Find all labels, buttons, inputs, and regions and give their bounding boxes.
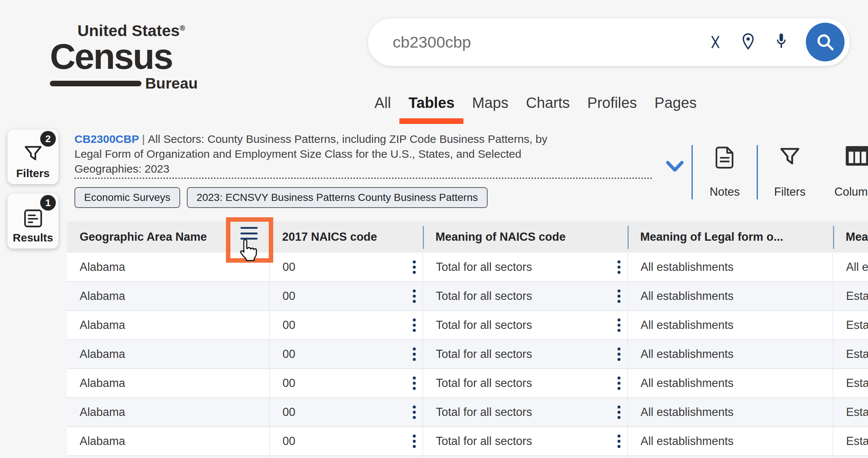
table-cell: Esta xyxy=(833,340,868,369)
table-cell: All establishments xyxy=(628,340,833,369)
columns-button[interactable]: Columns xyxy=(822,144,868,200)
cell-text: All establishments xyxy=(641,435,734,448)
table-row: Alabama00Total for all sectorsAll establ… xyxy=(67,340,868,369)
hamburger-icon xyxy=(240,227,258,229)
cell-menu-kebab-icon[interactable] xyxy=(618,260,620,274)
tab-profiles[interactable]: Profiles xyxy=(587,94,637,119)
cell-menu-kebab-icon[interactable] xyxy=(413,289,416,303)
cell-text: All establishments xyxy=(641,347,734,361)
tab-pages[interactable]: Pages xyxy=(654,94,696,119)
table-cell: 00 xyxy=(269,311,423,340)
column-header-3[interactable]: Meaning of NAICS code xyxy=(423,221,628,253)
cell-menu-kebab-icon[interactable] xyxy=(413,435,416,448)
cell-text: Total for all sectors xyxy=(436,406,532,419)
cell-menu-kebab-icon[interactable] xyxy=(618,435,620,448)
table-toolbar: Notes Filters Columns xyxy=(692,144,868,200)
table-cell: Alabama xyxy=(67,398,269,427)
table-cell: Esta xyxy=(833,311,868,340)
cell-menu-kebab-icon[interactable] xyxy=(413,318,416,332)
tab-charts[interactable]: Charts xyxy=(526,94,570,119)
cell-text: 00 xyxy=(283,318,295,332)
column-header-5[interactable]: Mea xyxy=(833,221,868,253)
cell-text: 00 xyxy=(283,406,295,419)
cell-text: 00 xyxy=(283,289,295,302)
search-input[interactable] xyxy=(368,33,708,51)
table-row: Alabama00Total for all sectorsAll establ… xyxy=(67,282,868,311)
column-menu-button[interactable] xyxy=(240,227,258,240)
results-count-badge: 1 xyxy=(40,195,56,211)
microphone-icon xyxy=(773,32,789,52)
cell-menu-kebab-icon[interactable] xyxy=(618,406,620,419)
cell-menu-kebab-icon[interactable] xyxy=(618,377,620,390)
cell-menu-kebab-icon[interactable] xyxy=(413,377,416,390)
title-text-3: Geographies: 2023 xyxy=(74,161,655,176)
title-text-1: All Sectors: County Business Patterns, i… xyxy=(148,133,547,145)
search-icon xyxy=(815,32,835,52)
table-cell: Total for all sectors xyxy=(423,398,628,427)
tab-all[interactable]: All xyxy=(374,94,391,119)
table-cell: 00 xyxy=(269,282,423,311)
cell-menu-kebab-icon[interactable] xyxy=(413,406,416,419)
registered-mark: ® xyxy=(180,24,185,32)
tab-tables[interactable]: Tables xyxy=(408,94,454,119)
tab-label: Maps xyxy=(472,95,508,111)
tab-maps[interactable]: Maps xyxy=(472,94,508,119)
dataset-tags: Economic Surveys2023: ECNSVY Business Pa… xyxy=(74,187,488,208)
table-code-link[interactable]: CB2300CBP xyxy=(74,133,139,145)
results-data-table: Geographic Area Name2017 NAICS codeMeani… xyxy=(67,221,868,458)
cell-text: Total for all sectors xyxy=(436,347,532,361)
table-cell: Alabama xyxy=(67,369,269,398)
column-header-2[interactable]: 2017 NAICS code xyxy=(269,221,423,253)
expand-title-button[interactable] xyxy=(665,160,684,174)
table-header-row: Geographic Area Name2017 NAICS codeMeani… xyxy=(67,221,868,253)
columns-label: Columns xyxy=(835,185,868,200)
cell-menu-kebab-icon[interactable] xyxy=(618,347,620,361)
table-cell: Total for all sectors xyxy=(423,282,628,311)
tab-label: Tables xyxy=(408,95,454,111)
cell-text: Total for all sectors xyxy=(436,289,532,302)
table-title-line1: CB2300CBP|All Sectors: County Business P… xyxy=(74,132,655,147)
chevron-down-icon xyxy=(665,160,684,173)
sidebar-results-label: Results xyxy=(13,231,53,244)
cell-menu-kebab-icon[interactable] xyxy=(413,260,416,274)
table-cell: Total for all sectors xyxy=(423,369,628,398)
table-row: Alabama00Total for all sectorsAll establ… xyxy=(67,253,868,282)
tab-label: All xyxy=(374,95,391,111)
column-header-4[interactable]: Meaning of Legal form o... xyxy=(628,221,833,253)
cell-text: All establishments xyxy=(641,406,734,419)
tab-label: Profiles xyxy=(587,95,637,111)
table-cell: 00 xyxy=(269,398,423,427)
cell-text: Alabama xyxy=(80,377,125,390)
filter-funnel-icon xyxy=(22,142,44,165)
table-cell: All establishments xyxy=(628,369,833,398)
tab-label: Charts xyxy=(526,95,570,111)
sidebar-results-button[interactable]: Results 1 xyxy=(7,193,58,249)
search-submit-button[interactable] xyxy=(806,23,845,61)
logo-underline-bar xyxy=(50,81,141,86)
dataset-tag: Economic Surveys xyxy=(74,187,180,208)
cell-text: Alabama xyxy=(80,318,125,332)
cell-text: Esta xyxy=(846,289,868,302)
title-separator: | xyxy=(139,133,148,145)
filters-button[interactable]: Filters xyxy=(758,144,822,200)
location-search-button[interactable] xyxy=(740,32,757,52)
filter-funnel-icon xyxy=(778,145,802,169)
notes-button[interactable]: Notes xyxy=(693,144,757,200)
filters-count-badge: 2 xyxy=(40,131,56,147)
filters-label: Filters xyxy=(774,185,805,200)
close-icon xyxy=(708,33,723,51)
table-cell: Alabama xyxy=(67,427,269,456)
dataset-tag: 2023: ECNSVY Business Patterns County Bu… xyxy=(187,187,488,208)
cell-menu-kebab-icon[interactable] xyxy=(618,289,620,303)
table-cell: All establishments xyxy=(628,253,833,282)
table-row: Alabama00Total for all sectorsAll establ… xyxy=(67,427,868,456)
cell-text: Esta xyxy=(846,435,868,448)
clear-search-button[interactable] xyxy=(708,33,723,51)
cell-menu-kebab-icon[interactable] xyxy=(413,347,416,361)
table-cell: 00 xyxy=(269,427,423,456)
sidebar-filters-button[interactable]: Filters 2 xyxy=(7,129,58,184)
sidebar-filters-label: Filters xyxy=(16,167,50,180)
cell-menu-kebab-icon[interactable] xyxy=(618,318,620,332)
voice-search-button[interactable] xyxy=(773,32,789,52)
table-cell: All establishments xyxy=(628,398,833,427)
